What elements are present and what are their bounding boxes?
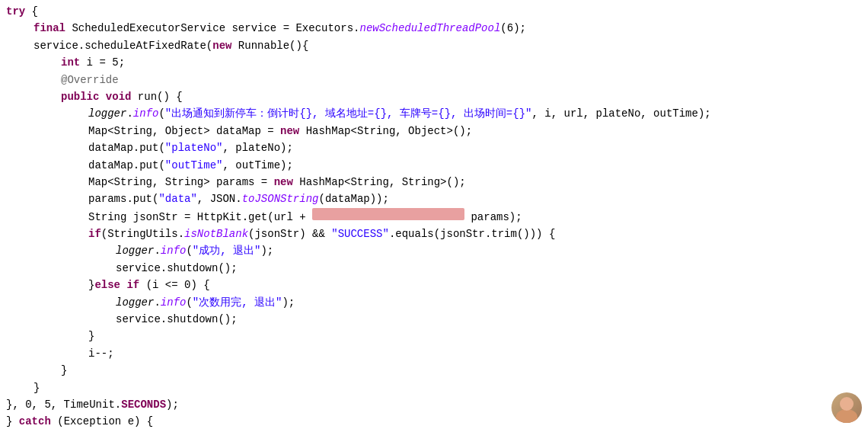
token-plain: } [61,362,67,379]
token-plain: Map<String, Object> dataMap = [88,123,280,139]
token-method: toJSONString [242,190,319,207]
token-string: "成功, 退出" [193,242,261,259]
token-annotation: @Override [61,72,119,88]
code-line: } [0,379,868,396]
token-plain: , i, url, plateNo, outTime); [531,105,710,122]
token-plain: , plateNo); [222,139,292,156]
token-plain: String jsonStr = HttpKit.get(url + [88,209,312,226]
token-method: newScheduledThreadPool [359,20,500,37]
token-string: "出场通知到新停车：倒计时{}, 域名地址={}, 车牌号={}, 出场时间={… [165,105,532,122]
token-plain: ScheduledExecutorService service = Execu… [65,20,359,37]
token-kw: catch [19,413,51,429]
avatar-body [836,409,857,423]
token-method: info [133,105,159,122]
code-block: try {final ScheduledExecutorService serv… [0,3,868,429]
code-line: int i = 5; [0,54,868,71]
token-plain: Runnable(){ [231,37,308,54]
token-plain: } [6,413,19,429]
token-plain [99,88,105,105]
code-line: } [0,328,868,344]
token-string: "data" [158,190,196,207]
token-method: info [161,294,187,311]
token-plain: , JSON. [197,190,242,207]
code-line: dataMap.put("plateNo", plateNo); [0,139,868,156]
token-plain: . [154,294,160,311]
token-plain: i = 5; [80,54,125,71]
token-plain: . [126,105,132,122]
token-kw: public [61,88,99,105]
token-plain: }, 0, 5, TimeUnit. [6,396,121,413]
code-line: }, 0, 5, TimeUnit.SECONDS); [0,396,868,413]
token-plain: i--; [88,345,114,362]
token-plain: } [88,277,94,293]
token-plain: (dataMap)); [318,190,388,207]
token-plain: HashMap<String, String>(); [293,174,466,190]
token-kw: try [6,3,25,20]
token-plain: params); [464,209,522,226]
code-line: service.shutdown(); [0,311,868,328]
avatar [831,392,862,423]
redacted-span [312,208,464,220]
code-line: params.put("data", JSON.toJSONString(dat… [0,190,868,207]
token-plain: . [154,242,160,259]
code-line: service.scheduleAtFixedRate(new Runnable… [0,37,868,54]
token-plain: Map<String, String> params = [88,174,274,190]
code-line: try { [0,3,868,20]
token-plain: service.shutdown(); [116,311,238,328]
token-plain: dataMap.put( [88,157,165,174]
token-kw: int [61,54,80,71]
token-method: info [161,242,187,259]
code-line: } [0,362,868,379]
token-plain: ); [166,396,179,413]
token-plain: } [88,328,94,344]
code-line: }else if (i <= 0) { [0,277,868,293]
token-plain: HashMap<String, Object>(); [299,123,472,139]
token-plain [120,277,126,293]
token-string: "outTime" [165,157,223,174]
token-plain: ( [158,105,164,122]
token-plain: (StringUtils. [101,226,184,242]
token-plain: (jsonStr) && [248,226,331,242]
token-plain: ( [186,294,192,311]
token-plain: ( [186,242,192,259]
code-line: if(StringUtils.isNotBlank(jsonStr) && "S… [0,226,868,242]
token-kw: new [212,37,231,54]
token-kw: new [274,174,293,190]
token-plain: ); [260,242,273,259]
token-plain: ); [282,294,295,311]
code-line: @Override [0,72,868,88]
code-editor: try {final ScheduledExecutorService serv… [0,0,868,429]
code-line: public void run() { [0,88,868,105]
code-line: logger.info("出场通知到新停车：倒计时{}, 域名地址={}, 车牌… [0,105,868,122]
token-string: "plateNo" [165,139,223,156]
token-kw: void [106,88,132,105]
token-kw: if [88,226,101,242]
code-line: Map<String, String> params = new HashMap… [0,174,868,190]
token-plain: service.shutdown(); [116,260,238,277]
code-line: logger.info("成功, 退出"); [0,242,868,259]
token-kw: else [94,277,120,293]
token-kw: if [126,277,139,293]
token-method: isNotBlank [184,226,248,242]
code-line: dataMap.put("outTime", outTime); [0,157,868,174]
token-kw: final [34,20,65,37]
token-plain: { [25,3,38,20]
code-line: String jsonStr = HttpKit.get(url + param… [0,208,868,226]
token-italic-method: logger [116,242,154,259]
token-plain: service.scheduleAtFixedRate( [34,37,212,54]
token-string: "次数用完, 退出" [193,294,282,311]
token-plain: dataMap.put( [88,139,165,156]
token-plain: , outTime); [222,157,292,174]
token-italic-method: logger [116,294,154,311]
token-plain: (i <= 0) { [139,277,209,293]
token-plain: run() { [131,88,182,105]
token-kw: new [280,123,299,139]
code-line: service.shutdown(); [0,260,868,277]
code-line: final ScheduledExecutorService service =… [0,20,868,37]
code-line: Map<String, Object> dataMap = new HashMa… [0,123,868,139]
token-plain: } [34,379,40,396]
token-plain: (Exception e) { [51,413,153,429]
avatar-head [840,397,854,411]
token-plain: (6); [500,20,526,37]
code-line: logger.info("次数用完, 退出"); [0,294,868,311]
